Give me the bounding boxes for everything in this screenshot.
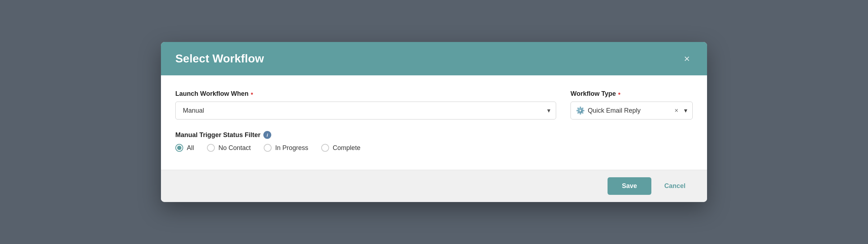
close-button[interactable]: × <box>681 52 693 65</box>
modal-body: Launch Workflow When • Manual On New Con… <box>161 75 707 170</box>
radio-all-label: All <box>187 144 194 152</box>
radio-label-in-progress[interactable]: In Progress <box>264 144 308 152</box>
radio-complete-label: Complete <box>333 144 360 152</box>
radio-no-contact[interactable] <box>207 144 215 152</box>
radio-all[interactable] <box>175 144 183 152</box>
radio-no-contact-label: No Contact <box>218 144 251 152</box>
launch-workflow-label: Launch Workflow When • <box>175 90 556 98</box>
modal-title: Select Workflow <box>175 52 264 65</box>
form-row-1: Launch Workflow When • Manual On New Con… <box>175 90 693 119</box>
launch-workflow-select[interactable]: Manual On New Contact On Status Change <box>175 102 556 119</box>
radio-in-progress-label: In Progress <box>275 144 308 152</box>
status-filter-label: Manual Trigger Status Filter i <box>175 131 693 139</box>
launch-workflow-select-wrapper: Manual On New Contact On Status Change ▾ <box>175 102 556 119</box>
cancel-button[interactable]: Cancel <box>657 177 693 195</box>
workflow-type-field[interactable]: ⚙️ Quick Email Reply × ▾ <box>571 102 693 119</box>
gear-icon: ⚙️ <box>576 106 585 115</box>
status-filter-section: Manual Trigger Status Filter i All No Co… <box>175 131 693 152</box>
radio-label-all[interactable]: All <box>175 144 194 152</box>
backdrop: Select Workflow × Launch Workflow When •… <box>0 0 868 244</box>
launch-workflow-required: • <box>251 90 253 98</box>
modal: Select Workflow × Launch Workflow When •… <box>161 42 707 202</box>
info-icon[interactable]: i <box>263 131 271 139</box>
workflow-type-chevron-icon: ▾ <box>684 107 687 114</box>
workflow-type-clear-button[interactable]: × <box>673 107 680 114</box>
status-filter-radio-group: All No Contact In Progress Complete <box>175 144 693 152</box>
radio-label-complete[interactable]: Complete <box>321 144 360 152</box>
radio-in-progress[interactable] <box>264 144 272 152</box>
radio-label-no-contact[interactable]: No Contact <box>207 144 251 152</box>
radio-complete[interactable] <box>321 144 329 152</box>
workflow-type-label: Workflow Type • <box>571 90 693 98</box>
save-button[interactable]: Save <box>608 177 651 195</box>
modal-footer: Save Cancel <box>161 170 707 202</box>
launch-workflow-group: Launch Workflow When • Manual On New Con… <box>175 90 556 119</box>
workflow-type-group: Workflow Type • ⚙️ Quick Email Reply × ▾ <box>571 90 693 119</box>
workflow-type-value: Quick Email Reply <box>588 107 670 114</box>
workflow-type-required: • <box>618 90 620 98</box>
modal-header: Select Workflow × <box>161 42 707 75</box>
